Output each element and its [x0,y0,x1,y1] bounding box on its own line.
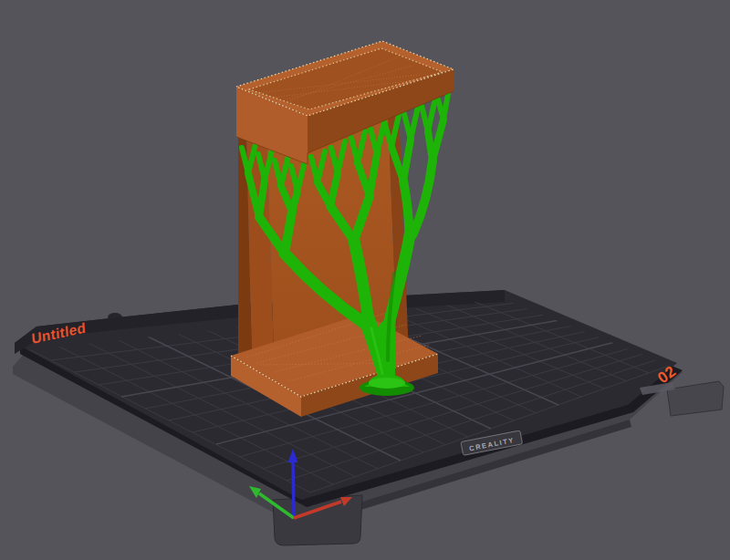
slicer-3d-viewport[interactable]: CREALITY Untitled 02 [0,0,730,560]
viewport-canvas[interactable]: CREALITY Untitled 02 [0,0,730,560]
model-tree-bookend[interactable] [231,41,454,417]
